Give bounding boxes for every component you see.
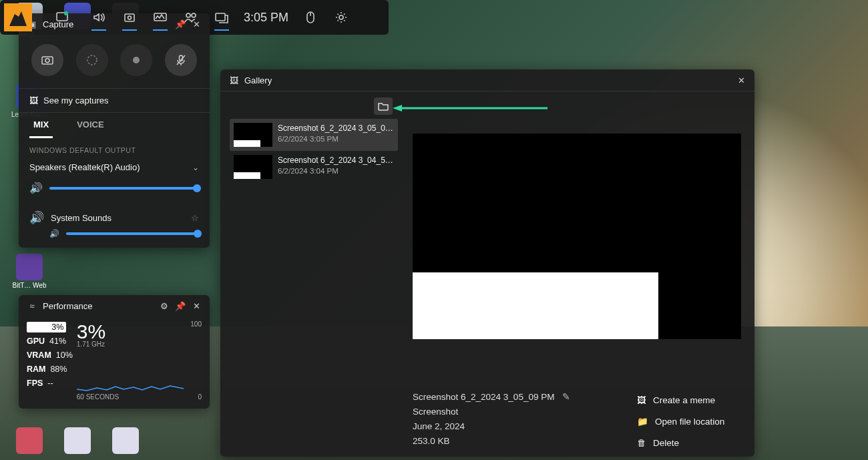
master-volume-slider[interactable] — [49, 187, 199, 190]
active-app-icon[interactable] — [4, 3, 32, 31]
gallery-button[interactable] — [206, 0, 237, 35]
svg-rect-0 — [42, 57, 53, 64]
gallery-icon: 🖼 — [29, 95, 38, 105]
pin-icon[interactable]: 📌 — [175, 300, 186, 311]
speaker-icon: 🔊 — [49, 229, 59, 238]
thumbnail — [234, 123, 272, 147]
game-bar-toolbar: › 3:05 PM — [0, 0, 389, 35]
clock: 3:05 PM — [237, 11, 295, 25]
detail-filename: Screenshot 6_2_2024 3_05_09 PM — [413, 390, 554, 405]
rename-icon[interactable]: ✎ — [562, 390, 570, 405]
output-device-row[interactable]: Speakers (Realtek(R) Audio) ⌄ — [19, 158, 210, 182]
svg-point-16 — [339, 15, 343, 19]
capture-widget: ▣ Capture 📌 ✕ 🖼 See my captures MIX VOIC… — [19, 13, 210, 248]
star-icon[interactable]: ☆ — [191, 213, 199, 223]
tab-mix[interactable]: MIX — [29, 113, 53, 138]
svg-rect-13 — [216, 13, 225, 21]
meme-icon: 🖼 — [637, 390, 646, 411]
perf-title: Performance — [43, 301, 154, 311]
output-section-head: WINDOWS DEFAULT OUTPUT — [19, 138, 210, 158]
gallery-preview — [413, 134, 741, 339]
open-folder-button[interactable] — [374, 97, 393, 115]
xbox-social-button[interactable] — [176, 0, 206, 35]
gallery-item[interactable]: Screenshot 6_2_2024 3_05_0…6/2/2024 3:05… — [230, 119, 398, 151]
svg-point-11 — [186, 13, 190, 17]
mouse-icon[interactable] — [295, 0, 326, 35]
chevron-down-icon: ⌄ — [192, 163, 199, 172]
performance-widget: ≈ Performance ⚙ 📌 ✕ CPU 3% GPU 41% VRAM … — [19, 295, 210, 409]
open-location-action[interactable]: 📁Open file location — [637, 411, 724, 433]
gallery-actions: 🖼Create a meme 📁Open file location 🗑Dele… — [637, 390, 724, 454]
gallery-icon: 🖼 — [228, 75, 239, 85]
desktop-icon[interactable] — [9, 427, 49, 460]
speaker-icon: 🔊 — [29, 210, 44, 225]
close-icon[interactable]: ✕ — [191, 300, 202, 311]
see-captures-link[interactable]: 🖼 See my captures — [19, 88, 210, 113]
screenshot-button[interactable] — [31, 44, 63, 76]
desktop-icon[interactable] — [57, 427, 97, 460]
gallery-title: Gallery — [244, 75, 730, 85]
gallery-list: Screenshot 6_2_2024 3_05_0…6/2/2024 3:05… — [230, 119, 398, 183]
trash-icon: 🗑 — [637, 433, 646, 454]
svg-point-9 — [128, 16, 132, 19]
capture-button[interactable] — [114, 0, 145, 35]
perf-big-value: 3% — [77, 320, 105, 343]
svg-rect-8 — [125, 14, 134, 21]
perf-icon: ≈ — [27, 300, 37, 311]
svg-point-12 — [192, 13, 196, 17]
gallery-window: 🖼 Gallery ✕ Screenshot 6_2_2024 3_05_0…6… — [220, 69, 754, 457]
svg-point-1 — [45, 59, 49, 63]
svg-marker-18 — [393, 105, 402, 111]
desktop-icon[interactable]: BitT… Web — [9, 254, 49, 300]
audio-button[interactable] — [83, 0, 114, 35]
create-meme-action[interactable]: 🖼Create a meme — [637, 390, 724, 411]
thumbnail — [234, 155, 272, 179]
performance-button[interactable] — [145, 0, 176, 35]
record-button[interactable] — [120, 44, 152, 76]
app-volume-slider[interactable] — [66, 232, 199, 235]
widgets-button[interactable] — [47, 0, 77, 35]
gallery-toolbar — [374, 97, 393, 115]
delete-action[interactable]: 🗑Delete — [637, 433, 724, 454]
speaker-icon: 🔊 — [29, 182, 43, 194]
record-last-button[interactable] — [76, 44, 108, 76]
settings-icon[interactable]: ⚙ — [159, 300, 170, 311]
desktop-icon[interactable] — [105, 427, 146, 460]
mic-button[interactable] — [165, 44, 197, 76]
folder-icon: 📁 — [637, 411, 648, 433]
tab-voice[interactable]: VOICE — [73, 113, 107, 138]
perf-stats: CPU 3% GPU 41% VRAM 10% RAM 88% FPS -- — [27, 320, 73, 401]
svg-point-2 — [87, 55, 97, 65]
gallery-item[interactable]: Screenshot 6_2_2024 3_04_5…6/2/2024 3:04… — [230, 151, 398, 183]
app-name: System Sounds — [51, 213, 184, 223]
gallery-details: Screenshot 6_2_2024 3_05_09 PM ✎ Screens… — [413, 390, 570, 449]
svg-point-7 — [64, 11, 68, 15]
settings-button[interactable] — [326, 0, 357, 35]
annotation-arrow — [393, 104, 548, 112]
perf-sparkline — [77, 360, 184, 393]
close-icon[interactable]: ✕ — [736, 75, 746, 85]
